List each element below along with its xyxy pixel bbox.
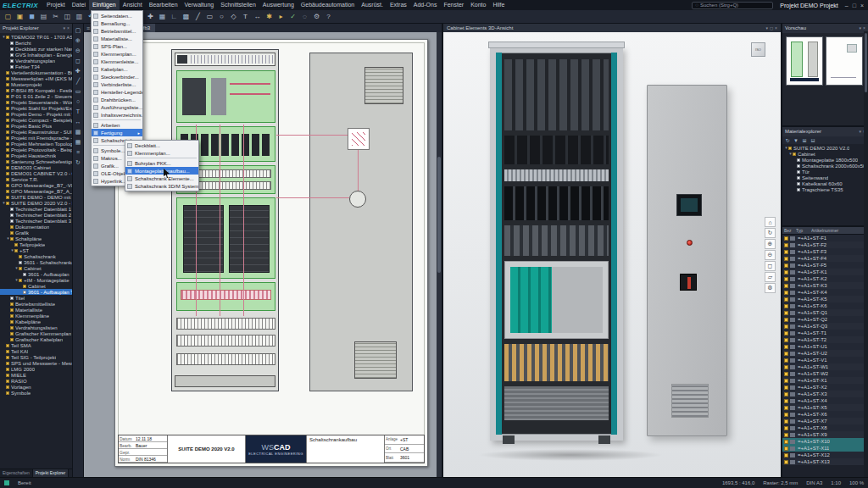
search-input[interactable]: ◌ Suchen (Strg+Q) xyxy=(692,2,773,9)
tree-item[interactable]: Bericht xyxy=(0,40,72,46)
tree-item[interactable]: Cabinet xyxy=(0,283,72,289)
symbol-icon[interactable]: ✱ xyxy=(264,11,275,22)
tree-item[interactable]: Sanierung Schneebefestigungsanlage - Auf… xyxy=(0,158,72,164)
tree-item[interactable]: SUITE DEMO - DEMO mit SUITE Allseits gez… xyxy=(0,194,72,200)
parts-row[interactable]: =+A1+ST-X9 xyxy=(782,431,864,438)
properties-icon[interactable]: ≡ xyxy=(74,147,83,157)
context-menu-item[interactable]: Seitendaten... xyxy=(92,12,142,19)
filter-icon[interactable]: ▼ xyxy=(793,137,799,144)
tree-item[interactable]: 3601 - Schaltschrankaufbau xyxy=(0,259,72,265)
parts-row[interactable]: =+A1+ST-Q3 xyxy=(782,323,864,330)
bottom-terminals[interactable] xyxy=(504,344,609,381)
tree-item[interactable]: LMG 2000 xyxy=(0,366,72,372)
new-page-icon[interactable]: ▢ xyxy=(3,11,14,22)
tree-item[interactable]: Kabelpläne xyxy=(0,319,72,324)
circle-icon[interactable]: ○ xyxy=(74,97,83,106)
circle-icon[interactable]: ○ xyxy=(216,11,227,22)
menu-datei[interactable]: Datei xyxy=(69,0,89,10)
tree-item[interactable]: Projekt Demo - Projekt mit WSCAD SUITE B… xyxy=(0,111,72,117)
red-indicator-light[interactable] xyxy=(687,240,693,246)
open-project-icon[interactable]: ▣ xyxy=(14,11,25,22)
menu-auswertung[interactable]: Auswertung xyxy=(259,0,298,10)
context-menu-item[interactable]: Deckblatt... xyxy=(125,141,198,149)
tree-item[interactable]: Klemmenpläne xyxy=(0,313,72,319)
tree-item[interactable]: Grafik xyxy=(0,230,72,236)
zoom-fit-icon[interactable]: ◻ xyxy=(74,56,83,65)
tree-item[interactable]: Kabelkanal 60x60 xyxy=(782,180,868,186)
parts-row[interactable]: =+A1+ST-X8 xyxy=(782,424,864,431)
menu-fenster[interactable]: Fenster xyxy=(440,0,467,10)
tree-item[interactable]: Betriebsmittelliste xyxy=(0,301,72,307)
door-display-unit[interactable] xyxy=(676,194,702,216)
tree-item[interactable]: ▾+ST xyxy=(0,247,72,253)
parts-row[interactable]: =+A1+ST-F2 xyxy=(782,241,864,248)
tree-item[interactable]: Musterprojekt xyxy=(0,81,72,87)
tree-item[interactable]: Vorlagen xyxy=(0,384,72,390)
macro-icon[interactable]: ▸ xyxy=(275,11,287,22)
contactor-row-3d[interactable] xyxy=(504,186,609,220)
zoom-out-icon[interactable]: ⊖ xyxy=(765,250,776,260)
save-icon[interactable]: ◼ xyxy=(26,11,37,22)
menu-konto[interactable]: Konto xyxy=(467,0,489,10)
context-menu-item[interactable]: Montageplattenaufbau... xyxy=(125,167,198,175)
select-icon[interactable]: ▢ xyxy=(74,25,83,35)
door-3d[interactable] xyxy=(647,85,727,436)
minimize-button[interactable]: – xyxy=(845,3,849,8)
tree-item[interactable]: Projekt Photovoltaik - Beispielprojekt P… xyxy=(0,147,72,152)
tree-item[interactable]: Technischer Datenblatt 2 xyxy=(0,212,72,218)
context-menu-item[interactable]: Klemmenplan... xyxy=(125,149,198,157)
tree-item[interactable]: Verteilerdokumentation - Bürogebäude xyxy=(0,69,72,75)
tree-item[interactable]: Schaltschrank xyxy=(0,253,72,259)
context-menu-item[interactable]: Materialliste... xyxy=(92,35,142,42)
refresh-icon[interactable]: ↻ xyxy=(784,137,791,144)
tree-item[interactable]: 3601 - Aufbauplan Türblatt xyxy=(0,289,72,295)
parts-row[interactable]: =+A1+ST-F3 xyxy=(782,248,864,255)
zoom-fit-icon[interactable]: ◻ xyxy=(765,261,776,271)
terminal-row[interactable] xyxy=(176,318,275,330)
copy-icon[interactable]: ◫ xyxy=(62,11,73,22)
parts-row[interactable]: =+A1+ST-F1 xyxy=(782,235,864,241)
tree-item[interactable]: Projekt Stahl für Projekt/Expand - Beisp… xyxy=(0,105,72,111)
ortho-icon[interactable]: ∟ xyxy=(169,11,180,22)
tree-item[interactable]: Materialliste xyxy=(0,307,72,313)
refresh-icon[interactable]: ↻ xyxy=(74,158,83,167)
chevron-down-icon[interactable]: ▾ xyxy=(64,24,66,33)
tree-item[interactable]: 3601 - Aufbauplan xyxy=(0,271,72,277)
tree-item[interactable]: Technischer Datenblatt 3 xyxy=(0,218,72,224)
section-icon[interactable]: ▱ xyxy=(765,272,776,282)
parts-row[interactable]: =+A1+ST-X12 xyxy=(782,452,864,458)
tree-item[interactable]: Teilprojekte xyxy=(0,241,72,247)
menu-projekt[interactable]: Projekt xyxy=(43,0,69,10)
tree-item[interactable]: Service T.R. xyxy=(0,176,72,182)
home-view-icon[interactable]: ⌂ xyxy=(765,217,776,227)
parts-row[interactable]: =+A1+ST-X3 xyxy=(782,391,864,397)
relay-row[interactable] xyxy=(504,225,609,256)
tree-item[interactable]: Fehler T34 xyxy=(0,64,72,69)
polygon-icon[interactable]: ◇ xyxy=(228,11,239,22)
paste-icon[interactable]: ▥ xyxy=(74,11,85,22)
tree-item[interactable]: Tür xyxy=(782,169,868,175)
preview-thumbnail-2[interactable] xyxy=(826,36,863,86)
tree-item[interactable]: Projekt Basic Plus xyxy=(0,123,72,129)
terminal-strip-3d[interactable] xyxy=(504,169,609,181)
tree-item[interactable]: Projekt mit Fremdsprache - Beispiele CAD… xyxy=(0,135,72,141)
context-menu-item[interactable]: Betriebsmittel... xyxy=(92,27,142,35)
context-menu-item[interactable]: Ausführungsliste... xyxy=(92,103,142,111)
pan-icon[interactable]: ✚ xyxy=(74,66,83,75)
tree-item[interactable]: Verdrahtungslisten xyxy=(0,324,72,330)
chevron-down-icon[interactable]: ▾ xyxy=(860,24,862,33)
breaker-row[interactable] xyxy=(504,136,609,164)
tree-item[interactable]: Schaltschrank 2000x600x500 xyxy=(782,163,868,169)
context-menu-item[interactable]: Hersteller-Legende... xyxy=(92,88,142,96)
menu-ausrüst.[interactable]: Ausrüst. xyxy=(358,0,387,10)
mounting-plate-5[interactable] xyxy=(176,282,275,311)
tree-item[interactable]: Titel xyxy=(0,295,72,301)
parts-row[interactable]: =+A1+ST-W2 xyxy=(782,370,864,377)
tree-item[interactable]: ▾+IM - Montageplatte xyxy=(0,277,72,283)
parts-row[interactable]: =+A1+ST-K4 xyxy=(782,289,864,296)
tree-item[interactable]: ▾Cabinet xyxy=(782,151,868,157)
view-cube[interactable]: ISO xyxy=(751,42,765,57)
view-settings-icon[interactable]: ⚙ xyxy=(765,283,776,293)
terminal-row[interactable] xyxy=(176,335,275,347)
menu-hilfe[interactable]: Hilfe xyxy=(489,0,508,10)
